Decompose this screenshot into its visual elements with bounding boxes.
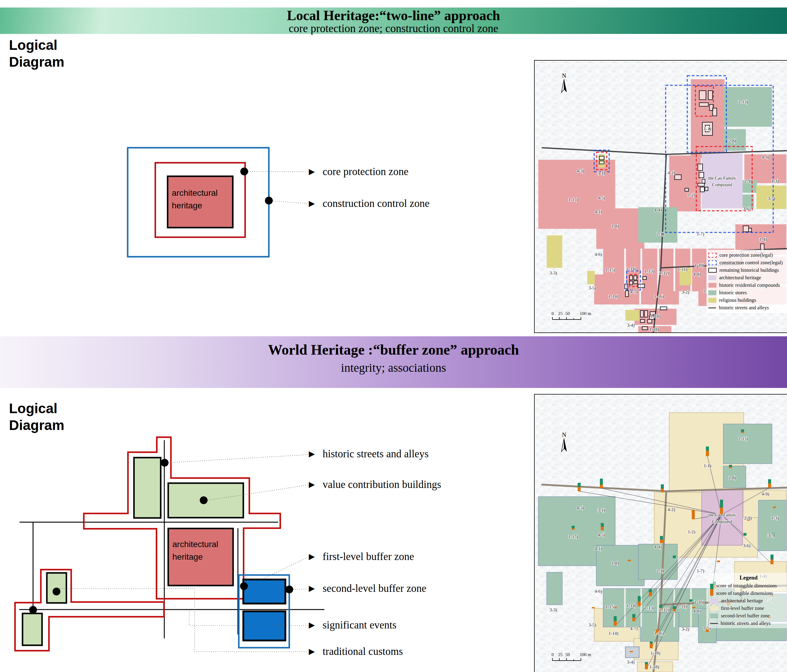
historical-building-legend-icon	[708, 268, 717, 273]
world-heritage-header: World Heritage :“buffer zone” approach i…	[0, 336, 787, 388]
map-label: 1-10)	[694, 263, 705, 268]
historical-building	[699, 91, 706, 100]
anchor-dot	[285, 585, 293, 593]
core-zone-legend-icon	[708, 253, 717, 258]
label-first-level-buffer-zone: ▶ first-level buffer zone	[309, 548, 414, 565]
map-label: 1-14)	[627, 603, 637, 608]
arrow-icon: ▶	[309, 648, 315, 656]
map-label: 4-3)	[577, 169, 584, 174]
map-label: 1-1)	[704, 463, 711, 469]
map-label: 1-10)	[694, 599, 705, 605]
map-label: 1-16)	[654, 631, 664, 636]
first-level-buffer-outline	[84, 437, 280, 599]
map-label: 4-8)	[693, 609, 701, 614]
tangible-score-bar	[601, 527, 604, 530]
map-block	[624, 588, 626, 627]
tangible-score-bar	[768, 483, 771, 487]
tangible-score-bar	[578, 487, 581, 491]
map-label: 1-3)	[771, 179, 779, 184]
map-label: 3-5)	[589, 623, 596, 628]
intangible-score-bar	[649, 589, 652, 592]
stores-swatch	[708, 290, 716, 295]
map-label: 1-11)	[678, 267, 687, 272]
map-label: 1-11)	[678, 604, 687, 609]
map-label: 4-4)	[654, 544, 662, 549]
anchor-dot	[52, 588, 60, 595]
tangible-score-bar	[630, 651, 633, 652]
label-construction-control-zone: ▶ construction control zone	[309, 195, 430, 212]
historical-building	[642, 327, 648, 330]
map-label: 1-14)	[627, 267, 637, 271]
north-arrow-icon	[561, 438, 568, 453]
map-block	[759, 500, 786, 551]
map-label: 2-1)	[657, 232, 664, 237]
map-label: 4-8)	[693, 272, 701, 277]
historical-building	[630, 276, 633, 280]
architectural-heritage-label: architectural	[172, 188, 218, 197]
intangible-score-bar	[600, 479, 603, 484]
north-arrow: N	[561, 432, 568, 454]
intangible-score-bar	[645, 662, 648, 664]
map-label: 3-4)	[627, 660, 635, 665]
second-level-swatch	[710, 614, 718, 618]
street-line-icon	[708, 308, 716, 308]
historical-building	[599, 161, 604, 164]
intangible-score-bar	[673, 606, 676, 609]
map-label: 1-2)	[688, 192, 695, 197]
map-block	[706, 588, 708, 627]
tangible-score-bar	[692, 510, 695, 519]
map-block	[723, 424, 772, 464]
intangible-score-bar	[614, 616, 617, 621]
tangible-score-bar	[649, 592, 652, 596]
label-value-contribution-buildings: ▶ value contribution buildings	[309, 476, 441, 493]
intangible-score-bar	[768, 479, 771, 483]
connector-streets	[169, 454, 308, 463]
map-label: 1-17)	[568, 534, 578, 539]
label-core-protection-zone: ▶ core protection zone	[309, 163, 409, 180]
map-label: 1-12)	[660, 607, 670, 612]
map-label: 3-6)	[743, 543, 751, 548]
historical-building	[708, 91, 713, 100]
cao-compound-label: the Cao Family	[708, 513, 736, 517]
arrow-icon: ▶	[309, 621, 315, 629]
legend-item: historic residential compounds	[708, 282, 787, 288]
historical-building	[638, 284, 645, 288]
intangible-score-bar	[706, 446, 709, 451]
intangible-score-bar	[601, 523, 604, 527]
label-traditional-customs: ▶ traditional customs	[309, 643, 403, 660]
arrow-icon: ▶	[309, 585, 315, 592]
north-arrow: N	[561, 73, 568, 95]
historical-building	[640, 311, 643, 317]
map-label: 1-7)	[697, 232, 705, 237]
map-block	[640, 588, 642, 627]
map-label: 1-1)	[704, 126, 711, 131]
map-label: 1-7)	[697, 568, 705, 574]
map-label: 2-8)	[729, 475, 736, 480]
label-significant-events: ▶ significant events	[309, 617, 397, 634]
map-label: 1-8)	[612, 224, 619, 229]
logical-diagram-title: Logical Diagram	[9, 36, 64, 70]
connector-first-level	[248, 557, 308, 586]
tangible-score-bar	[632, 618, 635, 621]
legend-item: second-level buffer zone	[710, 613, 787, 619]
logical-diagram-title: Logical Diagram	[9, 400, 64, 434]
map2-legend: Legend score of intangible dimensions sc…	[708, 573, 787, 628]
intangible-score-bar	[572, 526, 575, 528]
tangible-score-icon	[710, 589, 713, 596]
map-label: 1-18)	[650, 327, 659, 332]
value-contribution-building	[168, 483, 243, 517]
anchor-dot	[240, 167, 248, 175]
map-label: 1-12)	[660, 271, 670, 276]
map-label: 4-5)	[598, 532, 605, 538]
header-title: World Heritage :“buffer zone” approach	[0, 336, 787, 360]
intangible-score-bar	[578, 483, 581, 487]
anchor-dot	[161, 459, 169, 467]
historical-building	[675, 175, 681, 180]
tangible-score-bar	[572, 528, 575, 530]
legend-item: historic stores	[708, 290, 787, 296]
map-label: 3-6)	[743, 206, 751, 211]
map-label: 3-2)	[682, 627, 689, 632]
intangible-score-bar	[650, 642, 653, 644]
tangible-score-bar	[660, 539, 663, 543]
map-label: 2-13)	[738, 436, 748, 442]
